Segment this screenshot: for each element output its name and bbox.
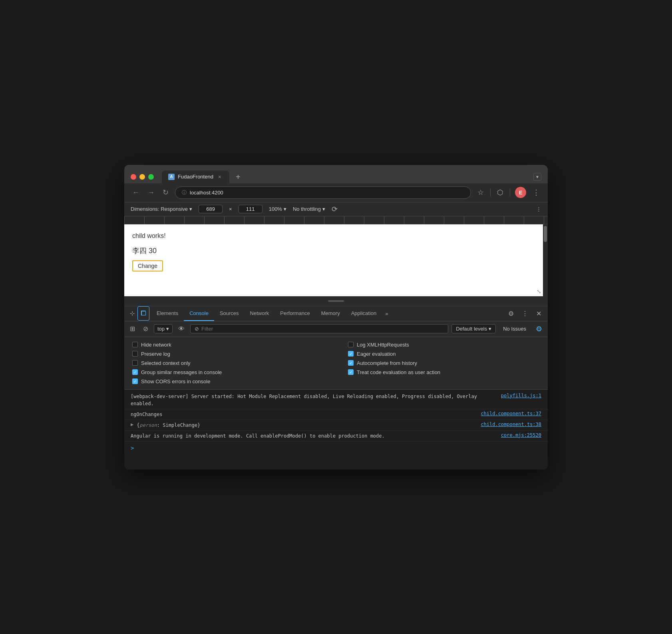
- scrollbar-thumb[interactable]: [544, 226, 547, 242]
- device-mode-icon[interactable]: ⧠: [137, 306, 149, 321]
- address-actions: ☆ ⬡ E ⋮: [476, 186, 541, 198]
- console-sidebar-toggle[interactable]: ⊞: [127, 323, 137, 334]
- console-message-2-text: ngOnChanges: [131, 411, 477, 418]
- eager-eval-label: Eager evaluation: [357, 351, 396, 357]
- dimensions-dropdown[interactable]: Dimensions: Responsive ▾: [131, 206, 192, 212]
- console-message-2-source[interactable]: child.component.ts:37: [481, 411, 541, 416]
- traffic-lights: [131, 174, 154, 180]
- autocomplete-label: Autocomplete from history: [357, 360, 417, 366]
- tab-favicon: A: [168, 174, 175, 180]
- cors-errors-checkbox[interactable]: [132, 378, 138, 384]
- console-message-4-source[interactable]: core.mjs:25520: [501, 432, 541, 438]
- refresh-button[interactable]: ↻: [161, 186, 170, 198]
- devtools-actions: ⚙ ⋮ ✕: [505, 307, 545, 320]
- cors-errors-label: Show CORS errors in console: [141, 378, 210, 384]
- default-levels-button[interactable]: Default levels ▾: [451, 324, 496, 333]
- url-text: localhost:4200: [190, 190, 223, 196]
- selected-context-checkbox[interactable]: [132, 360, 138, 366]
- console-message-3-source[interactable]: child.component.ts:38: [481, 422, 541, 427]
- height-input[interactable]: [239, 205, 262, 213]
- tab-elements[interactable]: Elements: [151, 306, 184, 321]
- tab-performance[interactable]: Performance: [274, 306, 315, 321]
- tab-bar: A FudaoFrontend × +: [162, 170, 529, 183]
- tab-memory[interactable]: Memory: [316, 306, 346, 321]
- tab-dropdown-button[interactable]: ▾: [533, 173, 541, 181]
- console-clear-button[interactable]: ⊘: [141, 323, 151, 334]
- settings-right-col: Log XMLHttpRequests Eager evaluation Aut…: [348, 342, 540, 384]
- width-input[interactable]: [199, 205, 223, 213]
- resize-handle[interactable]: ⤡: [537, 288, 541, 295]
- browser-window: A FudaoFrontend × + ▾ ← → ↻ ⓘ localhost:…: [124, 165, 548, 470]
- console-message-2: ngOnChanges child.component.ts:37: [124, 409, 548, 420]
- selected-context-label: Selected context only: [141, 360, 191, 366]
- device-more-button[interactable]: ⋮: [536, 206, 541, 212]
- autocomplete-checkbox[interactable]: [348, 360, 354, 366]
- console-settings-button[interactable]: ⚙: [533, 323, 545, 335]
- treat-code-eval-checkbox[interactable]: [348, 369, 354, 375]
- tab-sources[interactable]: Sources: [214, 306, 245, 321]
- hide-network-checkbox[interactable]: [132, 342, 138, 347]
- eager-eval-checkbox[interactable]: [348, 351, 354, 357]
- console-message-4: Angular is running in development mode. …: [124, 431, 548, 442]
- preserve-log-checkbox[interactable]: [132, 351, 138, 357]
- setting-group-similar: Group similar messages in console: [132, 369, 324, 375]
- console-context-selector[interactable]: top ▾: [154, 324, 173, 333]
- default-levels-arrow: ▾: [489, 326, 491, 332]
- console-message-1-source[interactable]: polyfills.js:1: [501, 393, 541, 398]
- maximize-button[interactable]: [148, 174, 154, 180]
- console-context-arrow: ▾: [166, 326, 169, 332]
- bookmark-button[interactable]: ☆: [476, 186, 485, 198]
- throttle-dropdown[interactable]: No throttling ▾: [293, 206, 325, 212]
- child-works-text: child works!: [132, 232, 535, 240]
- tab-console[interactable]: Console: [184, 306, 214, 321]
- ruler: [124, 216, 548, 224]
- device-toolbar: Dimensions: Responsive ▾ × 100% ▾ No thr…: [124, 202, 548, 216]
- minimize-button[interactable]: [139, 174, 145, 180]
- tab-network[interactable]: Network: [245, 306, 275, 321]
- setting-log-xhr: Log XMLHttpRequests: [348, 342, 540, 348]
- filter-input[interactable]: [201, 326, 444, 332]
- tab-application[interactable]: Application: [346, 306, 382, 321]
- inspect-element-icon[interactable]: ⊹: [127, 307, 137, 320]
- devtools-more-button[interactable]: ⋮: [519, 307, 531, 320]
- page-scrollbar: [543, 224, 548, 296]
- settings-left-col: Hide network Preserve log Selected conte…: [132, 342, 324, 384]
- drag-bar[interactable]: [124, 296, 548, 306]
- close-button[interactable]: [131, 174, 136, 180]
- group-similar-checkbox[interactable]: [132, 369, 138, 375]
- new-tab-button[interactable]: +: [233, 173, 244, 181]
- tab-close-button[interactable]: ×: [217, 174, 223, 180]
- log-xhr-checkbox[interactable]: [348, 342, 354, 347]
- extensions-button[interactable]: ⬡: [495, 186, 505, 198]
- address-input[interactable]: ⓘ localhost:4200: [175, 186, 471, 199]
- live-expressions-button[interactable]: 👁: [176, 324, 187, 334]
- devtools-settings-button[interactable]: ⚙: [505, 307, 517, 320]
- user-avatar[interactable]: E: [515, 187, 526, 198]
- preserve-log-label: Preserve log: [141, 351, 170, 357]
- devtools-close-button[interactable]: ✕: [533, 307, 545, 320]
- devtools-panel: ⊹ ⧠ Elements Console Sources Network Per…: [124, 306, 548, 470]
- active-tab[interactable]: A FudaoFrontend ×: [162, 170, 229, 183]
- console-settings-panel: Hide network Preserve log Selected conte…: [124, 337, 548, 390]
- console-context-label: top: [157, 326, 165, 332]
- console-message-3: ▶ {person: SimpleChange} child.component…: [124, 420, 548, 431]
- dimension-x: ×: [229, 206, 232, 212]
- console-prompt: >: [124, 442, 548, 454]
- title-bar: A FudaoFrontend × + ▾: [124, 165, 548, 183]
- console-message-1-text: [webpack-dev-server] Server started: Hot…: [131, 393, 498, 407]
- forward-button[interactable]: →: [146, 187, 156, 198]
- more-button[interactable]: ⋮: [531, 186, 541, 198]
- no-issues-button[interactable]: No Issues: [499, 325, 530, 333]
- setting-preserve-log: Preserve log: [132, 351, 324, 357]
- more-tabs-button[interactable]: »: [382, 307, 391, 321]
- rotate-icon[interactable]: ⟳: [332, 205, 338, 214]
- back-button[interactable]: ←: [131, 187, 141, 198]
- security-icon: ⓘ: [182, 189, 187, 196]
- group-similar-label: Group similar messages in console: [141, 369, 222, 375]
- separator2: [510, 188, 510, 196]
- expand-arrow-3[interactable]: ▶: [131, 422, 133, 427]
- zoom-dropdown[interactable]: 100% ▾: [269, 206, 286, 212]
- setting-treat-code-eval: Treat code evaluation as user action: [348, 369, 540, 375]
- change-button[interactable]: Change: [132, 260, 163, 271]
- setting-eager-eval: Eager evaluation: [348, 351, 540, 357]
